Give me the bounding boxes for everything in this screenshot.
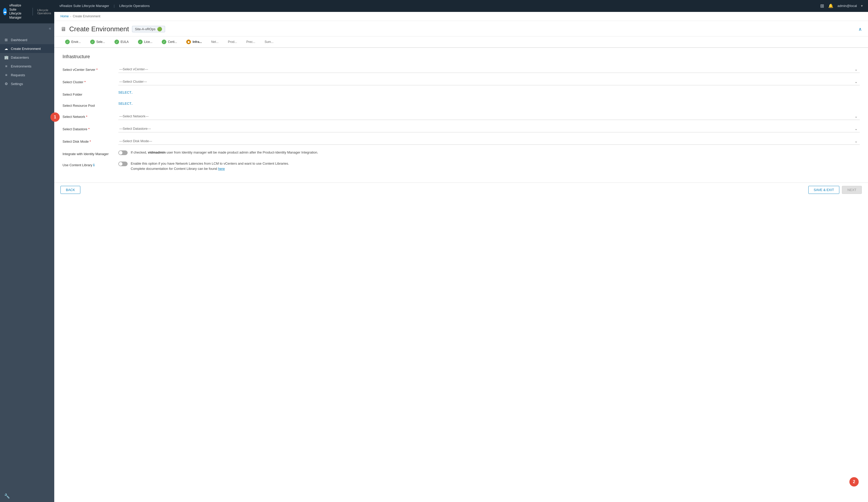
resource-pool-select-link[interactable]: SELECT..	[118, 102, 133, 106]
env-badge: Site-A-vROps 🟢	[132, 26, 165, 32]
sidebar-item-dashboard[interactable]: ⊞ Dashboard	[0, 36, 54, 44]
step-sum[interactable]: Sum...	[260, 37, 278, 47]
dashboard-icon: ⊞	[4, 38, 8, 42]
content-library-text-block: Enable this option if you have Network L…	[131, 161, 289, 171]
step-sele[interactable]: ✓ Sele...	[85, 37, 110, 47]
page-title-row: 🖥 Create Environment Site-A-vROps 🟢	[61, 25, 165, 33]
create-environment-icon: ☁	[4, 47, 8, 51]
steps-bar: ✓ Envir... ✓ Sele... ✓ EULA ✓ Lice... ✓ …	[54, 37, 868, 48]
network-row: Select Network ---Select Network---	[63, 113, 860, 120]
folder-row: Select Folder SELECT..	[63, 90, 860, 97]
back-button[interactable]: BACK	[61, 186, 80, 194]
grid-icon[interactable]: ⊞	[820, 3, 824, 9]
user-menu[interactable]: admin@local	[838, 4, 857, 8]
step-lice[interactable]: ✓ Lice...	[133, 37, 157, 47]
disk-mode-select-wrap: ---Select Disk Mode---	[118, 138, 860, 145]
sidebar-item-requests[interactable]: ≡ Requests	[0, 71, 54, 79]
network-select[interactable]: ---Select Network---	[118, 113, 860, 120]
content-library-label: Use Content Library	[63, 163, 92, 167]
step-label-envir: Envir...	[71, 40, 81, 44]
content-library-info-icon[interactable]: ℹ	[93, 163, 94, 167]
requests-label: Requests	[11, 73, 25, 77]
breadcrumb: Home › Create Environment	[54, 12, 868, 21]
content-library-doc: Complete documentation for Content Libra…	[131, 166, 289, 171]
next-button[interactable]: NEXT	[842, 186, 862, 194]
step-check-certi: ✓	[162, 40, 166, 44]
topbar: vRealize Suite Lifecycle Manager | Lifec…	[54, 0, 868, 12]
page-icon: 🖥	[61, 26, 66, 32]
identity-manager-text: If checked, vidmadmin user from Identity…	[131, 150, 318, 155]
cluster-select[interactable]: ---Select Cluster---	[118, 78, 860, 85]
step-label-infra: Infra...	[193, 40, 202, 44]
network-select-wrap: ---Select Network---	[118, 113, 860, 120]
identity-manager-desc2: user from Identity manager will be made …	[166, 150, 318, 154]
step-label-lice: Lice...	[144, 40, 152, 44]
dashboard-label: Dashboard	[11, 38, 28, 42]
topbar-separator: |	[114, 4, 114, 8]
vcenter-select-wrap: ---Select vCenter---	[118, 66, 860, 73]
notification-bell-icon[interactable]: 🔔	[828, 3, 834, 8]
content-library-doc-text: Complete documentation for Content Libra…	[131, 167, 218, 171]
identity-manager-username: vidmadmin	[148, 150, 166, 154]
step-net[interactable]: Net...	[206, 37, 223, 47]
identity-manager-desc1: If checked,	[131, 150, 148, 154]
form-container: Infrastructure Select vCenter Server ---…	[54, 48, 868, 182]
step-label-certi: Certi...	[168, 40, 177, 44]
network-label: Select Network	[63, 113, 114, 119]
collapse-page-icon[interactable]: ∧	[858, 26, 862, 32]
disk-mode-row: Select Disk Mode ---Select Disk Mode---	[63, 138, 860, 145]
step-label-eula: EULA	[121, 40, 129, 44]
step-prec[interactable]: Prec...	[242, 37, 260, 47]
content-library-doc-link[interactable]: here	[218, 167, 225, 171]
disk-mode-select[interactable]: ---Select Disk Mode---	[118, 138, 860, 145]
step-infra[interactable]: ⏺ Infra...	[182, 37, 206, 47]
datacenters-icon: 🏢	[4, 55, 8, 59]
sidebar-item-environments[interactable]: ≡ Environments	[0, 62, 54, 71]
identity-manager-row: Integrate with Identity Manager If check…	[63, 150, 860, 156]
environments-icon: ≡	[4, 64, 8, 68]
breadcrumb-current: Create Environment	[73, 14, 101, 18]
cluster-row: Select Cluster ---Select Cluster---	[63, 78, 860, 85]
content-library-label-wrap: Use Content Library ℹ	[63, 161, 114, 167]
vcenter-label: Select vCenter Server	[63, 66, 114, 72]
datacenters-label: Datacenters	[11, 56, 29, 59]
step-label-prod: Prod...	[228, 40, 237, 44]
resource-pool-label: Select Resource Pool	[63, 102, 114, 108]
datastore-select[interactable]: ---Select Datastore---	[118, 125, 860, 132]
step-envir[interactable]: ✓ Envir...	[61, 37, 85, 47]
user-chevron-icon[interactable]: ▾	[861, 4, 863, 8]
content-library-row: Use Content Library ℹ Enable this option…	[63, 161, 860, 171]
footer: BACK SAVE & EXIT NEXT	[54, 182, 868, 197]
vcenter-select[interactable]: ---Select vCenter---	[118, 66, 860, 73]
breadcrumb-separator: ›	[70, 15, 71, 18]
sidebar-collapse-button[interactable]: «	[0, 23, 54, 33]
step-badge-2[interactable]: 2	[849, 477, 859, 486]
topbar-right: ⊞ 🔔 admin@local ▾	[820, 3, 863, 9]
identity-manager-toggle[interactable]	[118, 150, 127, 155]
content-library-toggle-row: Enable this option if you have Network L…	[118, 161, 860, 171]
step-check-eula: ✓	[114, 40, 119, 44]
step-prod[interactable]: Prod...	[223, 37, 241, 47]
requests-icon: ≡	[4, 73, 8, 77]
sidebar-item-datacenters[interactable]: 🏢 Datacenters	[0, 53, 54, 62]
sidebar-item-settings[interactable]: ⚙ Settings	[0, 79, 54, 88]
sidebar-header: ☁ vRealize Suite Lifecycle Manager Lifec…	[0, 0, 54, 23]
page-title: Create Environment	[69, 25, 129, 33]
step-certi[interactable]: ✓ Certi...	[157, 37, 182, 47]
content-library-control: Enable this option if you have Network L…	[118, 161, 860, 171]
folder-select-link[interactable]: SELECT..	[118, 90, 133, 94]
disk-mode-control: ---Select Disk Mode---	[118, 138, 860, 145]
topbar-subtitle: Lifecycle Operations	[119, 4, 150, 8]
content-library-toggle[interactable]	[118, 162, 127, 166]
breadcrumb-home[interactable]: Home	[61, 14, 69, 18]
topbar-left: vRealize Suite Lifecycle Manager | Lifec…	[59, 4, 149, 8]
save-exit-button[interactable]: SAVE & EXIT	[808, 186, 840, 194]
step-badge-1[interactable]: 1	[50, 112, 60, 122]
step-eula[interactable]: ✓ EULA	[110, 37, 133, 47]
sidebar-item-create-environment[interactable]: ☁ Create Environment	[0, 44, 54, 53]
sidebar-bottom-tool[interactable]: 🔧	[0, 490, 54, 502]
env-badge-icon: 🟢	[157, 27, 162, 31]
network-control: ---Select Network---	[118, 113, 860, 120]
main-content: vRealize Suite Lifecycle Manager | Lifec…	[54, 0, 868, 502]
app-title-topbar: vRealize Suite Lifecycle Manager	[59, 4, 109, 8]
